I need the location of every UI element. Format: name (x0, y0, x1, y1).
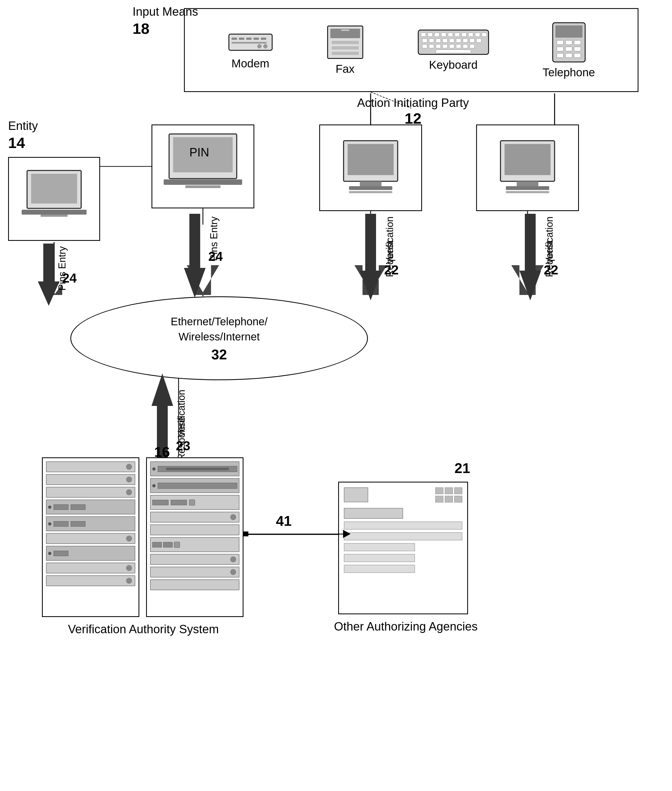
svg-rect-54 (456, 39, 461, 43)
svg-rect-74 (574, 47, 581, 51)
laptop-icon-2 (152, 125, 253, 208)
verif-request-number-right: 22 (544, 263, 558, 277)
diagram-container: Modem Fax (0, 0, 672, 791)
network-number: 32 (211, 346, 227, 363)
svg-rect-53 (450, 39, 454, 43)
svg-rect-36 (332, 52, 359, 55)
agency-bar-6 (344, 565, 415, 573)
svg-rect-80 (360, 181, 381, 186)
svg-rect-43 (448, 33, 453, 37)
device-container: Modem Fax (185, 9, 638, 91)
svg-rect-39 (421, 33, 426, 37)
svg-rect-60 (436, 44, 441, 48)
svg-rect-94 (164, 179, 242, 185)
svg-rect-56 (470, 39, 475, 43)
laptop-box-2 (152, 125, 254, 208)
num-21: 21 (454, 460, 470, 476)
svg-rect-82 (349, 191, 392, 193)
keyboard-item: Keyboard (417, 29, 490, 72)
drive-wide-1 (46, 500, 135, 514)
drive-6 (46, 575, 135, 586)
drive-r-2 (150, 478, 239, 493)
keyboard-icon (417, 29, 490, 56)
entity-box (8, 157, 100, 241)
svg-rect-45 (462, 33, 466, 37)
drive-2 (46, 474, 135, 485)
connection-dot (243, 532, 248, 536)
entity-text: Entity 14 (8, 119, 38, 152)
svg-rect-24 (232, 38, 237, 40)
svg-rect-89 (31, 174, 77, 203)
svg-rect-63 (456, 44, 461, 48)
svg-rect-87 (506, 191, 549, 193)
svg-rect-25 (239, 38, 244, 40)
agency-box (338, 482, 468, 614)
svg-rect-71 (574, 40, 581, 45)
input-means-label-text: Input Means 18 (133, 5, 198, 37)
svg-rect-68 (555, 26, 582, 38)
svg-rect-76 (565, 53, 572, 58)
svg-marker-96 (38, 243, 59, 306)
keyboard-label: Keyboard (429, 58, 478, 72)
agency-label: Other Authorizing Agencies (327, 620, 484, 633)
drive-r-5 (150, 524, 239, 535)
svg-rect-57 (477, 39, 481, 43)
network-oval: Ethernet/Telephone/ Wireless/Internet 32 (70, 296, 368, 380)
svg-rect-51 (436, 39, 441, 43)
svg-rect-48 (482, 33, 487, 37)
fax-label: Fax (336, 62, 355, 75)
svg-rect-69 (557, 40, 563, 45)
svg-rect-72 (557, 47, 563, 51)
computer-svg-right (490, 138, 565, 197)
entity-laptop-icon (9, 158, 99, 240)
svg-rect-65 (470, 44, 475, 48)
svg-rect-28 (261, 38, 266, 40)
svg-marker-99 (519, 214, 541, 300)
svg-rect-49 (422, 39, 427, 43)
agency-bar-4 (344, 543, 415, 551)
drive-r-4 (150, 512, 239, 522)
modem-item: Modem (227, 30, 274, 70)
pins-entry-left: Pins Entry 24 (38, 243, 59, 306)
verif-arrow-left-svg (360, 214, 381, 300)
pins-entry-center: Pins Entry 24 (184, 214, 206, 298)
svg-rect-86 (506, 186, 549, 190)
agency-bar-5 (344, 554, 415, 562)
svg-marker-97 (184, 214, 206, 298)
svg-rect-27 (253, 38, 259, 40)
computer-icon-left (320, 125, 421, 210)
agency-row-1 (344, 487, 462, 503)
agency-bar-2 (344, 522, 462, 530)
connection-line-h (248, 534, 343, 535)
drive-r-8 (150, 567, 239, 578)
svg-rect-26 (246, 38, 251, 40)
svg-rect-62 (450, 44, 454, 48)
svg-rect-79 (348, 144, 394, 175)
computer-box-left (319, 125, 422, 211)
svg-rect-91 (41, 215, 68, 217)
connection-lines (0, 0, 672, 791)
telephone-icon (551, 21, 587, 63)
fax-icon (326, 25, 364, 60)
svg-rect-34 (332, 41, 359, 44)
verif-request-number-left: 22 (384, 263, 398, 277)
verif-arrow-right-svg (519, 214, 541, 300)
computer-icon-right (477, 125, 578, 210)
svg-rect-50 (429, 39, 434, 43)
svg-rect-73 (565, 47, 572, 51)
verif-request-right: Verification Request 22 (519, 214, 541, 300)
svg-rect-29 (232, 42, 267, 43)
svg-rect-47 (475, 33, 480, 37)
action-party-label: Action Initiating Party 12 (357, 96, 469, 127)
agency-bar-1 (344, 508, 403, 519)
svg-rect-37 (341, 29, 349, 31)
drive-5 (46, 563, 135, 573)
svg-rect-90 (22, 210, 86, 215)
svg-rect-46 (468, 33, 473, 37)
telephone-label: Telephone (543, 66, 595, 79)
svg-rect-41 (434, 33, 439, 37)
drive-wide-2 (46, 516, 135, 531)
input-means-box: Modem Fax (184, 8, 638, 92)
vas-label: Verification Authority System (42, 623, 245, 636)
svg-rect-77 (574, 53, 581, 58)
